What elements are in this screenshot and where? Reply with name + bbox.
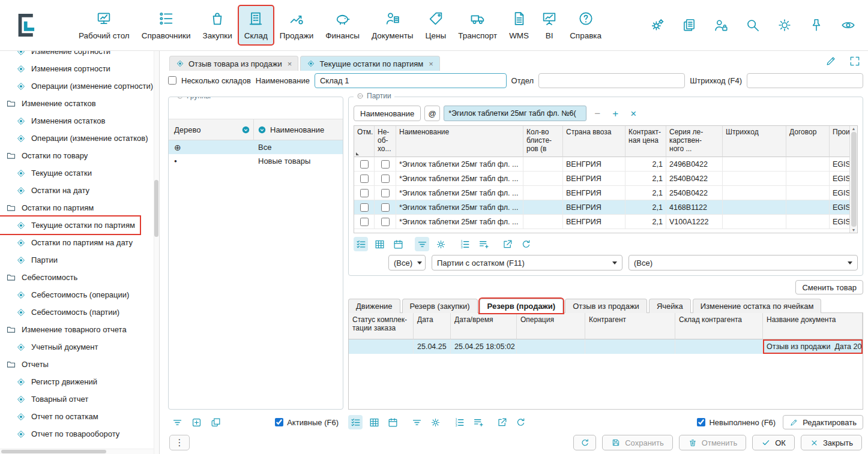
- col-mark[interactable]: Отм.: [354, 126, 375, 157]
- batch-row[interactable]: *Эгилок таблетки 25мг табл фл. ... ВЕНГР…: [354, 186, 857, 200]
- at-button[interactable]: @: [424, 106, 440, 121]
- col-name[interactable]: Наименование: [396, 126, 523, 157]
- menu-item-desktop[interactable]: Рабочий стол: [73, 6, 135, 44]
- filter-icon[interactable]: [172, 417, 183, 428]
- tab-current-batch-stock[interactable]: Текущие остатки по партиям ×: [300, 56, 439, 71]
- col-datetime[interactable]: Дата/время: [451, 313, 517, 339]
- mark-checkbox[interactable]: [360, 160, 369, 169]
- view-grid-button[interactable]: [367, 415, 381, 429]
- batch-search-input[interactable]: [444, 106, 586, 121]
- required-checkbox[interactable]: [381, 160, 390, 169]
- col-operation[interactable]: Операция: [517, 313, 585, 339]
- tab-sales-recall[interactable]: Отзыв товара из продажи ×: [169, 56, 298, 71]
- menu-item-warehouse[interactable]: Склад: [239, 6, 273, 44]
- col-country[interactable]: Страна ввоза: [563, 126, 625, 157]
- user-lock-icon[interactable]: [713, 17, 729, 33]
- collapse-icon[interactable]: [176, 97, 184, 100]
- tab-cell-stock-change[interactable]: Изменение остатка по ячейкам: [693, 299, 822, 313]
- calendar-button[interactable]: [385, 415, 400, 429]
- save-button[interactable]: Сохранить: [602, 435, 673, 450]
- sidebar-item[interactable]: Операции (изменение сортности): [0, 77, 159, 95]
- tree-expand-icon[interactable]: ⊕: [174, 143, 181, 152]
- tab-movement[interactable]: Движение: [348, 299, 400, 313]
- view-list-button[interactable]: [354, 237, 368, 251]
- batch-row[interactable]: *Эгилок таблетки 25мг табл фл. ... ВЕНГР…: [354, 157, 857, 172]
- group-filter-dropdown[interactable]: (Все): [388, 255, 426, 270]
- sidebar-item[interactable]: Текущие остатки: [0, 164, 159, 182]
- column-header-tree[interactable]: Дерево: [174, 125, 200, 134]
- group-row-all[interactable]: ⊕ Все: [169, 140, 343, 154]
- sidebar-item[interactable]: Себестоимость (партии): [0, 303, 159, 321]
- remove-filter-icon[interactable]: −: [590, 109, 604, 119]
- sidebar-item[interactable]: Отчет по товарообороту: [0, 425, 159, 443]
- sidebar-horizontal-scrollbar[interactable]: [0, 449, 154, 454]
- department-input[interactable]: [538, 73, 685, 88]
- sidebar-item[interactable]: Товарный отчет: [0, 390, 159, 408]
- sidebar-item[interactable]: Регистр движений: [0, 373, 159, 390]
- edit-pencil-icon[interactable]: [825, 55, 837, 67]
- journal-copy-icon[interactable]: [681, 17, 697, 33]
- collapse-icon[interactable]: [357, 92, 364, 100]
- numbered-list-button[interactable]: [457, 237, 472, 251]
- required-checkbox[interactable]: [381, 218, 390, 226]
- unfulfilled-toggle[interactable]: Невыполнено (F6): [697, 418, 776, 427]
- menu-item-wms[interactable]: WMS: [504, 6, 534, 44]
- filter-button[interactable]: [415, 237, 429, 251]
- sidebar-item-current-batch-stock[interactable]: Текущие остатки по партиям: [0, 217, 140, 234]
- list-add-button[interactable]: [476, 237, 490, 251]
- col-contract-price[interactable]: Контракт- ная цена: [625, 126, 666, 157]
- sidebar-item[interactable]: Партии: [0, 251, 159, 269]
- menu-item-finance[interactable]: Финансы: [320, 6, 365, 44]
- column-filter-icon[interactable]: [258, 125, 267, 134]
- search-icon[interactable]: [745, 17, 761, 33]
- tab-reserve-purchases[interactable]: Резерв (закупки): [402, 299, 478, 313]
- list-add-button[interactable]: [471, 415, 485, 429]
- multi-warehouse-checkbox[interactable]: [168, 76, 176, 85]
- view-grid-button[interactable]: [372, 237, 387, 251]
- export-button[interactable]: [495, 415, 509, 429]
- col-blister-qty[interactable]: Кол-во блисте- ров (в: [523, 126, 563, 157]
- settings-gear-button[interactable]: [433, 237, 448, 251]
- reserve-row[interactable]: 25.04.25 25.04.25 18:05:02 Отзыв из прод…: [349, 339, 863, 354]
- sidebar-folder[interactable]: Остатки по партиям: [0, 199, 159, 217]
- sidebar-item[interactable]: Себестоимость (операции): [0, 286, 159, 303]
- sidebar-vertical-scrollbar[interactable]: [154, 51, 159, 454]
- col-order-status[interactable]: Статус комплек- тации заказа: [349, 313, 414, 339]
- col-document-name[interactable]: Название документа: [763, 313, 863, 339]
- col-contract[interactable]: Договор: [786, 126, 830, 157]
- sidebar-folder[interactable]: Отчеты: [0, 356, 159, 373]
- mark-checkbox[interactable]: [360, 203, 369, 212]
- edit-button[interactable]: Редактировать: [783, 415, 863, 429]
- menu-item-documents[interactable]: Документы: [366, 6, 419, 44]
- settings-gears-icon[interactable]: [649, 17, 665, 33]
- sidebar-item[interactable]: Остатки по партиям на дату: [0, 234, 159, 251]
- col-date[interactable]: Дата: [414, 313, 451, 339]
- brightness-icon[interactable]: [777, 17, 792, 33]
- batch-row[interactable]: *Эгилок таблетки 25мг табл фл. ... ВЕНГР…: [354, 215, 857, 229]
- required-checkbox[interactable]: [381, 189, 390, 197]
- stock-filter-dropdown[interactable]: Партии с остатком (F11): [432, 255, 622, 270]
- barcode-input[interactable]: [747, 73, 863, 88]
- column-header-name[interactable]: Наименование: [270, 125, 324, 134]
- required-checkbox[interactable]: [381, 203, 390, 212]
- mark-checkbox[interactable]: [360, 175, 369, 183]
- refresh-button[interactable]: [519, 237, 533, 251]
- pin-icon[interactable]: [809, 17, 824, 33]
- batches-vertical-scrollbar[interactable]: ▲▼: [849, 126, 857, 233]
- refresh-button[interactable]: [513, 415, 528, 429]
- group-row-new-goods[interactable]: ● Новые товары: [169, 154, 343, 168]
- numbered-list-button[interactable]: [452, 415, 466, 429]
- batch-row-selected[interactable]: *Эгилок таблетки 25мг табл фл. ... ВЕНГР…: [354, 200, 857, 215]
- add-filter-icon[interactable]: +: [608, 109, 622, 119]
- search-field-button[interactable]: Наименование: [354, 106, 421, 121]
- required-checkbox[interactable]: [381, 175, 390, 183]
- tab-reserve-sales[interactable]: Резерв (продажи): [480, 299, 564, 313]
- menu-item-bi[interactable]: BI: [535, 6, 563, 44]
- sidebar-item[interactable]: Изменение сортности: [0, 51, 159, 60]
- export-button[interactable]: [500, 237, 514, 251]
- menu-item-purchases[interactable]: Закупки: [197, 6, 238, 44]
- active-groups-toggle[interactable]: Активные (F6): [275, 418, 339, 427]
- sidebar-folder[interactable]: Изменение остатков: [0, 95, 159, 112]
- batch-row[interactable]: *Эгилок таблетки 25мг табл фл. ... ВЕНГР…: [354, 172, 857, 186]
- calendar-button[interactable]: [391, 237, 405, 251]
